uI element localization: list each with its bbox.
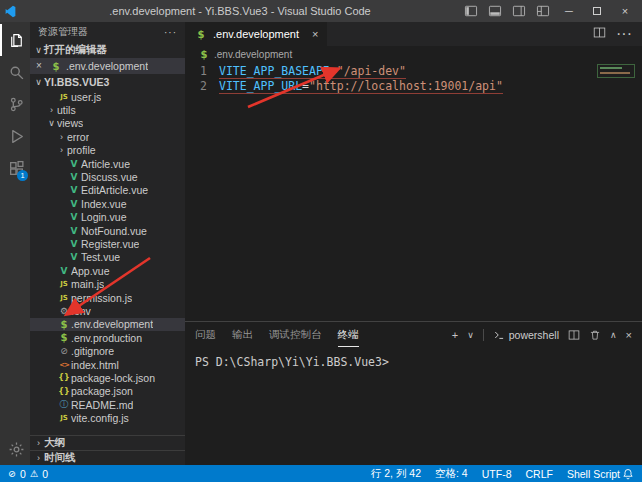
status-eol[interactable]: CRLF xyxy=(525,468,552,480)
tree-item-profile[interactable]: ›profile xyxy=(30,144,185,157)
run-debug-icon[interactable] xyxy=(0,120,30,152)
js-file-icon: JS xyxy=(57,93,71,101)
minimize-button[interactable]: ─ xyxy=(556,1,582,21)
tree-item-Article.vue[interactable]: VArticle.vue xyxy=(30,157,185,170)
tree-item-error[interactable]: ›error xyxy=(30,130,185,143)
tree-item-.gitignore[interactable]: ⊘.gitignore xyxy=(30,344,185,357)
close-icon[interactable]: × xyxy=(36,61,46,71)
toggle-panel-icon[interactable] xyxy=(484,1,506,21)
split-terminal-icon[interactable] xyxy=(568,329,580,341)
minimap-line-1 xyxy=(600,67,622,69)
tree-item-NotFound.vue[interactable]: VNotFound.vue xyxy=(30,224,185,237)
tree-item-permission.js[interactable]: JSpermission.js xyxy=(30,291,185,304)
shell-file-icon: $ xyxy=(57,319,71,330)
code-editor[interactable]: 1VITE_APP_BASEAPI="/api-dev"2VITE_APP_UR… xyxy=(185,62,642,321)
equals-operator: = xyxy=(330,64,337,78)
tree-item-package.json[interactable]: {}package.json xyxy=(30,385,185,398)
toggle-sidebar-icon[interactable] xyxy=(460,1,482,21)
tree-item-README.md[interactable]: ⓘREADME.md xyxy=(30,398,185,411)
explorer-icon[interactable] xyxy=(0,24,30,56)
md-file-icon: ⓘ xyxy=(57,398,71,411)
close-tab-icon[interactable]: × xyxy=(312,28,318,40)
more-actions-icon[interactable]: ··· xyxy=(616,25,632,43)
terminal-output[interactable]: PS D:\CSharp\Yi\Yi.BBS.Vue3> xyxy=(185,347,642,465)
open-editor-item[interactable]: × $ .env.development xyxy=(30,58,185,74)
tree-item-main.js[interactable]: JSmain.js xyxy=(30,277,185,290)
tree-item-.env[interactable]: ⚙.env xyxy=(30,304,185,317)
line-number: 1 xyxy=(185,64,207,79)
activity-bar-spacer xyxy=(0,184,30,433)
warnings-count: 0 xyxy=(42,468,48,480)
tree-item-vite.config.js[interactable]: JSvite.config.js xyxy=(30,411,185,424)
chevron-right-icon: › xyxy=(33,453,44,463)
settings-gear-icon[interactable] xyxy=(0,433,30,465)
project-name: YI.BBS.VUE3 xyxy=(44,76,109,88)
errors-count: 0 xyxy=(20,468,26,480)
terminal-tab-powershell[interactable]: powershell xyxy=(493,329,559,341)
tree-item-.env.production[interactable]: $.env.production xyxy=(30,331,185,344)
tree-item-Discuss.vue[interactable]: VDiscuss.vue xyxy=(30,170,185,183)
status-cursor-position[interactable]: 行 2, 列 42 xyxy=(371,467,421,481)
json-file-icon: {} xyxy=(57,373,71,382)
vue-file-icon: V xyxy=(67,226,81,236)
tree-item-EditArticle.vue[interactable]: VEditArticle.vue xyxy=(30,184,185,197)
tab-bar: $ .env.development × ··· xyxy=(185,22,642,46)
customize-layout-icon[interactable] xyxy=(532,1,554,21)
split-editor-icon[interactable] xyxy=(593,25,606,43)
extensions-badge: 1 xyxy=(17,170,28,181)
tab-label: .env.development xyxy=(213,28,299,40)
tree-item-Login.vue[interactable]: VLogin.vue xyxy=(30,211,185,224)
maximize-button[interactable] xyxy=(584,1,610,21)
chevron-down-icon[interactable]: ∨ xyxy=(467,330,474,340)
search-icon[interactable] xyxy=(0,56,30,88)
status-language-mode[interactable]: Shell Script xyxy=(567,468,620,480)
minimap[interactable] xyxy=(594,62,642,321)
tree-item-App.vue[interactable]: VApp.vue xyxy=(30,264,185,277)
tab-env-development[interactable]: $ .env.development × xyxy=(185,22,327,46)
chevron-right-icon: › xyxy=(56,132,67,142)
timeline-section[interactable]: › 时间线 xyxy=(30,450,185,465)
close-panel-icon[interactable]: × xyxy=(626,329,632,341)
open-editors-section[interactable]: ∨ 打开的编辑器 xyxy=(30,42,185,58)
line-number: 2 xyxy=(185,79,207,94)
problems-indicator[interactable]: ⊘ 0 ⚠ 0 xyxy=(8,468,48,480)
maximize-panel-icon[interactable]: ∧ xyxy=(610,330,617,340)
notifications-bell-icon[interactable] xyxy=(622,468,634,480)
panel-tabs: 问题输出调试控制台终端 xyxy=(195,322,375,347)
panel-tab-终端[interactable]: 终端 xyxy=(338,322,359,347)
panel-tab-输出[interactable]: 输出 xyxy=(232,322,253,347)
file-name: NotFound.vue xyxy=(81,225,147,237)
more-actions-icon[interactable]: ··· xyxy=(164,27,177,38)
tree-item-user.js[interactable]: JSuser.js xyxy=(30,90,185,103)
status-indentation[interactable]: 空格: 4 xyxy=(435,467,468,481)
status-encoding[interactable]: UTF-8 xyxy=(482,468,512,480)
breadcrumb[interactable]: $ .env.development xyxy=(185,46,642,62)
tree-item-Index.vue[interactable]: VIndex.vue xyxy=(30,197,185,210)
vue-file-icon: V xyxy=(67,185,81,195)
tree-item-index.html[interactable]: <>index.html xyxy=(30,358,185,371)
tree-item-.env.development[interactable]: $.env.development xyxy=(30,318,185,331)
extensions-icon[interactable]: 1 xyxy=(0,152,30,184)
file-name: Login.vue xyxy=(81,211,127,223)
status-bar: ⊘ 0 ⚠ 0 行 2, 列 42空格: 4UTF-8CRLFShell Scr… xyxy=(0,465,642,482)
gear-file-icon: ⚙ xyxy=(57,306,71,316)
kill-terminal-icon[interactable] xyxy=(589,329,601,341)
panel-tab-调试控制台[interactable]: 调试控制台 xyxy=(269,322,322,347)
project-section[interactable]: ∨ YI.BBS.VUE3 xyxy=(30,74,185,90)
tree-item-Test.vue[interactable]: VTest.vue xyxy=(30,251,185,264)
file-name: package-lock.json xyxy=(71,372,155,384)
tree-item-utils[interactable]: ›utils xyxy=(30,103,185,116)
panel-tab-问题[interactable]: 问题 xyxy=(195,322,216,347)
tree-item-package-lock.json[interactable]: {}package-lock.json xyxy=(30,371,185,384)
tree-item-views[interactable]: ∨views xyxy=(30,117,185,130)
code-line-1[interactable]: 1VITE_APP_BASEAPI="/api-dev" xyxy=(185,64,642,79)
warnings-icon: ⚠ xyxy=(30,468,39,479)
source-control-icon[interactable] xyxy=(0,88,30,120)
tree-item-Register.vue[interactable]: VRegister.vue xyxy=(30,237,185,250)
toggle-secondary-sidebar-icon[interactable] xyxy=(508,1,530,21)
close-window-button[interactable]: × xyxy=(612,1,638,21)
outline-section[interactable]: › 大纲 xyxy=(30,435,185,450)
file-name: package.json xyxy=(71,385,133,397)
new-terminal-icon[interactable]: + xyxy=(452,329,458,341)
code-line-2[interactable]: 2VITE_APP_URL="http://localhost:19001/ap… xyxy=(185,79,642,94)
